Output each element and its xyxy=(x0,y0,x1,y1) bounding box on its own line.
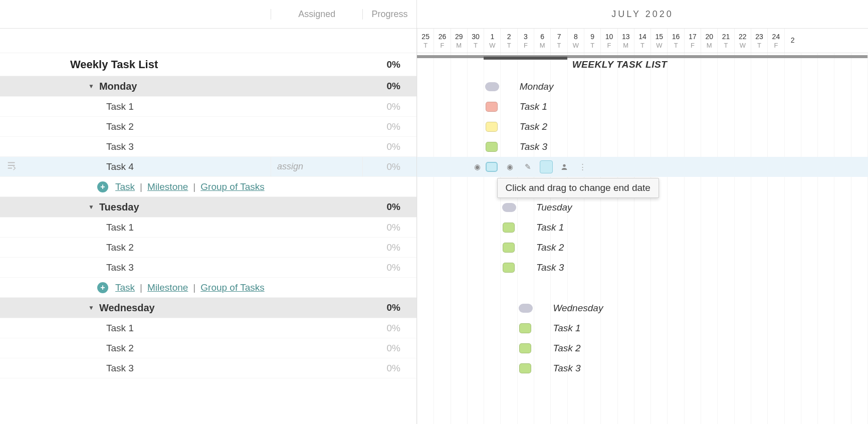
task-row[interactable]: Task 20% xyxy=(0,338,416,358)
gantt-row[interactable] xyxy=(417,278,868,298)
gantt-row[interactable]: WEEKLY TASK LIST xyxy=(417,53,868,76)
task-name: Task 2 xyxy=(106,343,134,354)
add-plus-icon[interactable]: + xyxy=(97,282,108,293)
project-active-span xyxy=(484,57,567,60)
edit-icon[interactable]: ✎ xyxy=(522,160,535,173)
chevron-down-icon[interactable]: ▼ xyxy=(88,83,94,90)
gantt-row[interactable]: Tuesday xyxy=(417,197,868,218)
task-row[interactable]: Task 10% xyxy=(0,318,416,338)
gantt-row[interactable]: Task 2 xyxy=(417,338,868,358)
color-swatch-icon[interactable] xyxy=(540,160,553,173)
group-row[interactable]: ▼Monday0% xyxy=(0,76,416,97)
month-header: JULY 2020 xyxy=(417,0,868,29)
add-task-link[interactable]: Task xyxy=(115,282,135,293)
day-column: 2 xyxy=(784,29,801,53)
task-row[interactable]: Task 10% xyxy=(0,97,416,117)
add-task-link[interactable]: Task xyxy=(115,181,135,192)
gantt-group-label: Wednesday xyxy=(553,303,603,314)
task-name: Task 1 xyxy=(106,323,134,334)
project-row[interactable]: Weekly Task List0% xyxy=(0,53,416,76)
gantt-row[interactable]: Click and drag to change end date xyxy=(417,177,868,197)
add-milestone-link[interactable]: Milestone xyxy=(147,282,188,293)
gantt-task-bar[interactable] xyxy=(486,142,498,152)
gantt-row[interactable]: Task 3 xyxy=(417,358,868,378)
task-row[interactable]: Task 20% xyxy=(0,117,416,137)
gantt-group-marker[interactable] xyxy=(502,203,516,212)
progress-cell: 0% xyxy=(363,238,416,257)
day-column: 15W xyxy=(650,29,667,53)
gantt-row[interactable]: Wednesday xyxy=(417,298,868,318)
assign-cell[interactable]: assign xyxy=(271,157,363,176)
gantt-task-bar[interactable] xyxy=(519,323,531,333)
add-row[interactable]: + Task | Milestone | Group of Tasks xyxy=(0,177,416,197)
add-group-link[interactable]: Group of Tasks xyxy=(200,282,264,293)
gantt-row[interactable]: Task 2 xyxy=(417,238,868,258)
more-options-icon[interactable]: ⋮ xyxy=(576,160,589,173)
day-column: 16T xyxy=(667,29,684,53)
day-column: 20M xyxy=(701,29,717,53)
gantt-row[interactable]: Task 3 xyxy=(417,258,868,278)
progress-cell: 0% xyxy=(363,117,416,136)
progress-cell: 0% xyxy=(363,358,416,378)
assign-person-icon[interactable] xyxy=(558,160,571,173)
progress-cell: 0% xyxy=(363,338,416,358)
gantt-task-bar[interactable] xyxy=(486,102,498,112)
gantt-row[interactable]: ◉ ◉ ✎ ⋮ xyxy=(417,157,868,177)
task-row[interactable]: Task 30% xyxy=(0,258,416,278)
gantt-row[interactable]: Task 1 xyxy=(417,218,868,238)
day-column: 3F xyxy=(517,29,534,53)
gantt-task-bar[interactable] xyxy=(519,363,531,373)
gantt-task-bar[interactable] xyxy=(503,243,515,253)
group-row[interactable]: ▼Tuesday0% xyxy=(0,197,416,218)
task-list-panel: Assigned Progress Weekly Task List0%▼Mon… xyxy=(0,0,417,424)
task-row[interactable]: Task 20% xyxy=(0,238,416,258)
gantt-row[interactable]: Task 1 xyxy=(417,318,868,338)
progress-cell: 0% xyxy=(363,76,416,96)
group-row[interactable]: ▼Wednesday0% xyxy=(0,298,416,318)
gantt-row[interactable]: Task 2 xyxy=(417,117,868,137)
chevron-down-icon[interactable]: ▼ xyxy=(88,304,94,311)
gantt-row[interactable]: Monday xyxy=(417,76,868,97)
task-toolbar: ◉ ✎ ⋮ xyxy=(504,160,589,173)
svg-point-3 xyxy=(563,164,565,167)
gantt-row[interactable]: Task 3 xyxy=(417,137,868,157)
gantt-task-label: Task 3 xyxy=(553,363,580,374)
add-group-link[interactable]: Group of Tasks xyxy=(200,181,264,192)
gantt-group-label: Monday xyxy=(520,81,554,92)
gantt-task-bar[interactable] xyxy=(503,263,515,273)
task-row[interactable]: Task 10% xyxy=(0,218,416,238)
column-header-assigned: Assigned xyxy=(271,9,363,20)
gantt-row[interactable]: Task 1 xyxy=(417,97,868,117)
task-row[interactable]: Task 4assign0% xyxy=(0,157,416,177)
add-plus-icon[interactable]: + xyxy=(97,181,108,192)
task-row[interactable]: Task 30% xyxy=(0,137,416,157)
group-name: Tuesday xyxy=(99,201,139,213)
gantt-task-bar[interactable] xyxy=(503,223,515,233)
row-handle-icon[interactable] xyxy=(7,160,18,173)
gantt-group-marker[interactable] xyxy=(519,304,533,313)
group-name: Wednesday xyxy=(99,302,155,314)
day-column: 30T xyxy=(467,29,484,53)
add-milestone-link[interactable]: Milestone xyxy=(147,181,188,192)
progress-cell: 0% xyxy=(363,318,416,338)
task-name: Task 4 xyxy=(106,161,134,172)
gantt-group-marker[interactable] xyxy=(485,82,499,91)
drag-end-handle-icon[interactable]: ◉ xyxy=(504,160,517,173)
task-name: Task 3 xyxy=(106,141,134,152)
gantt-task-bar[interactable] xyxy=(486,162,498,172)
progress-cell: 0% xyxy=(363,53,416,76)
progress-cell: 0% xyxy=(363,157,416,176)
drag-tooltip: Click and drag to change end date xyxy=(497,178,659,198)
gantt-task-bar[interactable] xyxy=(486,122,498,132)
group-name: Monday xyxy=(99,81,137,92)
gantt-task-label: Task 2 xyxy=(553,343,580,354)
project-title: Weekly Task List xyxy=(70,58,158,71)
task-row[interactable]: Task 30% xyxy=(0,358,416,378)
progress-cell: 0% xyxy=(363,218,416,237)
add-row[interactable]: + Task | Milestone | Group of Tasks xyxy=(0,278,416,298)
day-column: 23T xyxy=(751,29,767,53)
gantt-task-bar[interactable] xyxy=(519,343,531,353)
chevron-down-icon[interactable]: ▼ xyxy=(88,203,94,210)
drag-start-handle-icon[interactable]: ◉ xyxy=(471,160,484,173)
day-column: 13M xyxy=(617,29,634,53)
